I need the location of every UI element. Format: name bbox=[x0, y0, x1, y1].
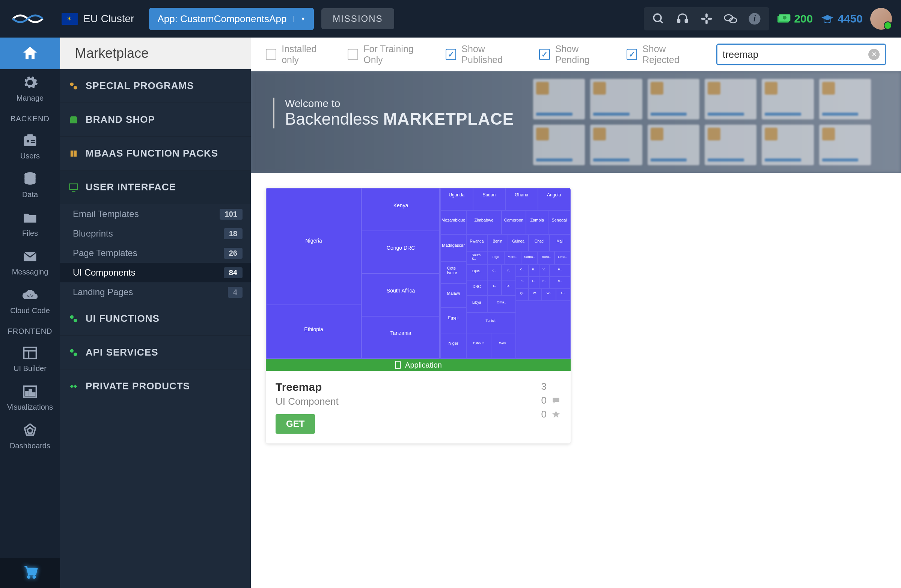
svg-point-33 bbox=[33, 576, 35, 578]
welcome-banner: Welcome to Backendless MARKETPLACE bbox=[251, 71, 901, 173]
sub-email-templates[interactable]: Email Templates101 bbox=[60, 204, 251, 224]
card-thumbnail: Nigeria Ethiopia Kenya Congo DRC South A… bbox=[266, 188, 571, 359]
sub-count: 18 bbox=[224, 228, 243, 239]
checkbox-icon bbox=[266, 49, 276, 60]
filter-rejected[interactable]: Show Rejected bbox=[627, 44, 701, 66]
cat-private-products[interactable]: PRIVATE PRODUCTS bbox=[60, 370, 251, 403]
user-avatar[interactable] bbox=[870, 8, 892, 30]
cat-label: UI FUNCTIONS bbox=[86, 313, 159, 324]
svg-marker-31 bbox=[27, 428, 33, 433]
sub-count: 101 bbox=[220, 209, 243, 220]
sub-blueprints[interactable]: Blueprints18 bbox=[60, 224, 251, 243]
id-card-icon bbox=[22, 132, 38, 149]
rail-label: Data bbox=[22, 190, 38, 199]
card-title: Treemap bbox=[276, 381, 338, 393]
svg-rect-18 bbox=[31, 140, 35, 141]
rail-label: Dashboards bbox=[10, 441, 50, 450]
cat-api-services[interactable]: API SERVICES bbox=[60, 336, 251, 370]
svg-rect-36 bbox=[70, 118, 77, 123]
cluster-name[interactable]: EU Cluster bbox=[83, 13, 134, 25]
sub-ui-components[interactable]: UI Components84 bbox=[60, 263, 251, 282]
svg-rect-7 bbox=[708, 18, 712, 20]
gears-icon bbox=[68, 313, 79, 324]
banner-title: MARKETPLACE bbox=[383, 110, 514, 128]
missions-button[interactable]: MISSIONS bbox=[321, 8, 394, 29]
rail-files[interactable]: Files bbox=[0, 204, 60, 243]
sub-label: UI Components bbox=[73, 267, 136, 278]
sub-label: Page Templates bbox=[73, 248, 137, 258]
checkbox-icon bbox=[446, 49, 456, 60]
app-dropdown-icon[interactable]: ▼ bbox=[293, 16, 306, 22]
rail-label: Visualizations bbox=[7, 403, 53, 412]
filter-published[interactable]: Show Published bbox=[446, 44, 524, 66]
page-title: Marketplace bbox=[60, 37, 251, 69]
card-subtitle: UI Component bbox=[276, 396, 338, 407]
filter-installed[interactable]: Installed only bbox=[266, 44, 333, 66]
search-input[interactable] bbox=[723, 49, 868, 61]
chat-icon[interactable] bbox=[723, 12, 738, 26]
sub-label: Blueprints bbox=[73, 228, 113, 239]
svg-rect-15 bbox=[24, 136, 36, 146]
get-button[interactable]: GET bbox=[276, 414, 315, 434]
sub-label: Landing Pages bbox=[73, 287, 133, 297]
info-icon[interactable]: i bbox=[747, 12, 762, 26]
cat-mbaas[interactable]: MBAAS FUNCTION PACKS bbox=[60, 137, 251, 170]
sub-page-templates[interactable]: Page Templates26 bbox=[60, 243, 251, 263]
home-button[interactable] bbox=[0, 37, 60, 69]
rail-manage[interactable]: Manage bbox=[0, 69, 60, 108]
checkbox-icon bbox=[627, 49, 637, 60]
filter-pending[interactable]: Show Pending bbox=[539, 44, 611, 66]
cat-ui-functions[interactable]: UI FUNCTIONS bbox=[60, 302, 251, 336]
eu-flag-icon bbox=[62, 13, 78, 25]
rail-data[interactable]: Data bbox=[0, 165, 60, 204]
sub-label: Email Templates bbox=[73, 209, 139, 219]
checkbox-icon bbox=[539, 49, 550, 60]
headset-icon[interactable] bbox=[675, 12, 690, 26]
category-sidebar: Marketplace SPECIAL PROGRAMS BRAND SHOP … bbox=[60, 37, 251, 588]
svg-rect-28 bbox=[29, 390, 31, 395]
clear-search-icon[interactable]: ✕ bbox=[868, 49, 879, 60]
slack-icon[interactable] bbox=[699, 12, 714, 26]
gears-icon bbox=[68, 81, 79, 91]
education-value: 4450 bbox=[837, 12, 863, 25]
svg-point-35 bbox=[73, 86, 77, 89]
banner-welcome: Welcome to bbox=[285, 98, 514, 110]
cat-brand-shop[interactable]: BRAND SHOP bbox=[60, 103, 251, 137]
cat-user-interface[interactable]: USER INTERFACE bbox=[60, 170, 251, 204]
rail-ui-builder[interactable]: UI Builder bbox=[0, 339, 60, 378]
sub-landing-pages[interactable]: Landing Pages4 bbox=[60, 282, 251, 302]
cat-special-programs[interactable]: SPECIAL PROGRAMS bbox=[60, 69, 251, 103]
filter-training[interactable]: For Training Only bbox=[348, 44, 430, 66]
download-icon bbox=[551, 382, 561, 391]
search-icon[interactable] bbox=[652, 12, 666, 26]
checkbox-icon bbox=[348, 49, 358, 60]
credits-balance[interactable]: 200 bbox=[777, 12, 813, 25]
sub-count: 26 bbox=[224, 248, 243, 259]
handshake-icon bbox=[68, 381, 79, 391]
mobile-icon bbox=[394, 361, 401, 369]
svg-rect-19 bbox=[31, 142, 35, 143]
education-balance[interactable]: 4450 bbox=[820, 12, 863, 25]
rail-cloud-code[interactable]: </> Cloud Code bbox=[0, 282, 60, 320]
banner-brand: Backendless bbox=[285, 110, 379, 128]
rail-messaging[interactable]: Messaging bbox=[0, 243, 60, 282]
product-card[interactable]: Nigeria Ethiopia Kenya Congo DRC South A… bbox=[266, 188, 571, 443]
ui-sub-list: Email Templates101 Blueprints18 Page Tem… bbox=[60, 204, 251, 302]
top-bar: EU Cluster App: CustomComponentsApp ▼ MI… bbox=[0, 0, 901, 37]
svg-point-41 bbox=[70, 315, 73, 318]
gears-icon bbox=[68, 347, 79, 358]
comment-icon bbox=[551, 396, 561, 406]
svg-point-32 bbox=[28, 576, 30, 578]
svg-rect-39 bbox=[70, 184, 78, 189]
database-icon bbox=[22, 171, 38, 187]
svg-rect-6 bbox=[701, 18, 705, 20]
app-selector[interactable]: App: CustomComponentsApp ▼ bbox=[149, 8, 314, 30]
rail-marketplace[interactable] bbox=[0, 558, 60, 588]
search-box[interactable]: ✕ bbox=[716, 44, 886, 66]
rail-users[interactable]: Users bbox=[0, 127, 60, 165]
svg-point-42 bbox=[73, 319, 77, 322]
svg-point-17 bbox=[26, 140, 29, 142]
star-count: 0 bbox=[541, 409, 547, 420]
rail-dashboards[interactable]: Dashboards bbox=[0, 417, 60, 455]
rail-visualizations[interactable]: Visualizations bbox=[0, 378, 60, 417]
